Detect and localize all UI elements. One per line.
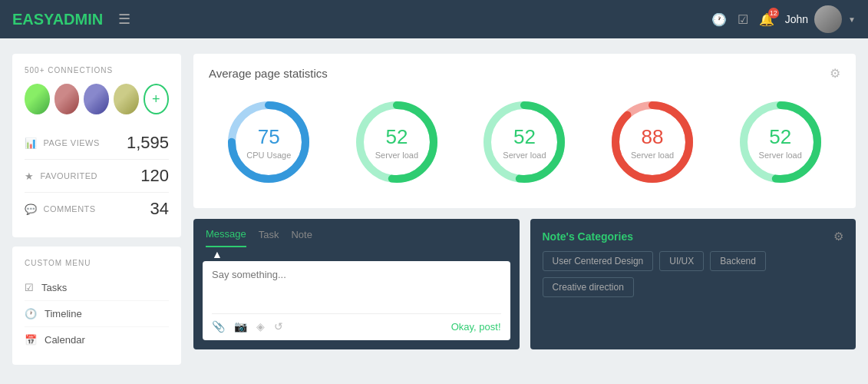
main-layout: 500+ CONNECTIONS + 📊 PAGE VIEWS 1,595 ★ …	[0, 38, 868, 380]
star-icon: ★	[25, 170, 35, 182]
gauge-value-1: 52	[375, 125, 418, 149]
comment-icon: 💬	[25, 204, 38, 215]
bar-chart-icon: 📊	[25, 137, 38, 149]
notification-badge: 12	[768, 8, 779, 18]
header-right: 🕐 ☑ 🔔 12 John ▼	[711, 5, 856, 33]
chevron-down-icon[interactable]: ▼	[848, 15, 856, 24]
stats-card-header: Average page statistics ⚙	[209, 66, 840, 81]
gauge-label-2: 52 Server load	[503, 125, 546, 160]
favourited-row: ★ FAVOURITED 120	[25, 160, 169, 193]
gauge-value-3: 88	[631, 125, 674, 149]
calendar-icon: 📅	[25, 334, 37, 346]
tasks-icon: ☑	[25, 282, 34, 293]
user-menu[interactable]: John ▼	[785, 5, 856, 33]
comments-row: 💬 COMMENTS 34	[25, 193, 169, 225]
gauge-sublabel-1: Server load	[375, 151, 418, 160]
attachment-icon[interactable]: 📎	[212, 320, 225, 333]
gauge-value-2: 52	[503, 125, 546, 149]
menu-item-calendar[interactable]: 📅 Calendar	[25, 327, 169, 353]
add-connection-button[interactable]: +	[144, 84, 169, 114]
message-icons: 📎 📷 ◈ ↺	[212, 320, 283, 333]
clock-icon[interactable]: 🕐	[711, 12, 727, 27]
tasks-label: Tasks	[41, 282, 67, 293]
tag-2[interactable]: Backend	[710, 251, 766, 271]
hamburger-menu[interactable]: ☰	[118, 11, 130, 28]
stats-gear-icon[interactable]: ⚙	[830, 66, 840, 81]
custom-menu-card: CUSTOM MENU ☑ Tasks 🕐 Timeline 📅 Calenda…	[12, 247, 181, 365]
message-card: Message Task Note ▲ 📎 📷 ◈ ↺	[193, 219, 520, 349]
menu-item-tasks[interactable]: ☑ Tasks	[25, 275, 169, 301]
checkmark-icon[interactable]: ☑	[738, 12, 748, 27]
tab-note[interactable]: Note	[291, 229, 312, 247]
gauge-container-2: 52 Server load	[478, 96, 570, 188]
favourited-label: ★ FAVOURITED	[25, 170, 97, 182]
comments-label: 💬 COMMENTS	[25, 204, 96, 215]
avatar-1[interactable]	[25, 84, 50, 114]
gauge-container-1: 52 Server load	[351, 96, 443, 188]
timeline-icon: 🕐	[25, 308, 37, 319]
camera-icon[interactable]: 📷	[234, 320, 247, 333]
gauge-sublabel-0: CPU Usage	[246, 151, 291, 160]
gauges-row: 75 CPU Usage 52 Server load	[209, 88, 840, 196]
notes-title: Note's Categories	[543, 230, 633, 243]
gauge-label-3: 88 Server load	[631, 125, 674, 160]
gauge-label-4: 52 Server load	[759, 125, 802, 160]
main-content: Average page statistics ⚙ 75 CPU Usage	[193, 54, 856, 365]
gauge-label-1: 52 Server load	[375, 125, 418, 160]
tab-message[interactable]: Message	[206, 228, 246, 247]
gauge-sublabel-2: Server load	[503, 151, 546, 160]
gauge-container-3: 88 Server load	[606, 96, 698, 188]
message-input[interactable]	[212, 269, 501, 307]
grid-icon[interactable]: ◈	[256, 320, 265, 333]
bottom-row: Message Task Note ▲ 📎 📷 ◈ ↺	[193, 219, 856, 349]
header-left: EASYADMIN ☰	[12, 11, 130, 28]
message-tabs: Message Task Note	[193, 219, 520, 247]
page-views-text: PAGE VIEWS	[44, 138, 100, 147]
message-body: 📎 📷 ◈ ↺ Okay, post!	[203, 261, 510, 340]
tag-3[interactable]: Creative direction	[543, 277, 634, 297]
tag-0[interactable]: User Centered Design	[543, 251, 654, 271]
notes-gear-icon[interactable]: ⚙	[833, 230, 843, 243]
connections-label: 500+ CONNECTIONS	[25, 66, 169, 74]
custom-menu-label: CUSTOM MENU	[25, 259, 169, 267]
favourited-text: FAVOURITED	[41, 171, 97, 180]
gauge-sublabel-4: Server load	[759, 151, 802, 160]
gauge-0: 75 CPU Usage	[223, 96, 315, 188]
notes-card: Note's Categories ⚙ User Centered Design…	[530, 219, 856, 349]
menu-item-timeline[interactable]: 🕐 Timeline	[25, 301, 169, 327]
tab-pointer: ▲	[193, 247, 520, 261]
calendar-label: Calendar	[45, 334, 85, 346]
post-link[interactable]: Okay, post!	[451, 321, 501, 333]
timeline-label: Timeline	[45, 308, 82, 319]
tag-1[interactable]: UI/UX	[659, 251, 704, 271]
logo-easy: EASY	[12, 11, 53, 28]
gauge-2: 52 Server load	[478, 96, 570, 188]
user-name: John	[785, 13, 808, 25]
avatar-list: +	[25, 84, 169, 114]
page-views-label: 📊 PAGE VIEWS	[25, 137, 100, 149]
sidebar: 500+ CONNECTIONS + 📊 PAGE VIEWS 1,595 ★ …	[12, 54, 181, 365]
stats-card-title: Average page statistics	[209, 67, 328, 80]
avatar-4[interactable]	[114, 84, 139, 114]
connections-card: 500+ CONNECTIONS + 📊 PAGE VIEWS 1,595 ★ …	[12, 54, 181, 237]
gauge-container-4: 52 Server load	[734, 96, 827, 188]
header: EASYADMIN ☰ 🕐 ☑ 🔔 12 John ▼	[0, 0, 868, 38]
gauge-1: 52 Server load	[351, 96, 443, 188]
gauge-value-4: 52	[759, 125, 802, 149]
page-views-row: 📊 PAGE VIEWS 1,595	[25, 127, 169, 160]
avatar-2[interactable]	[54, 84, 80, 114]
gauge-4: 52 Server load	[734, 96, 827, 188]
avatar-3[interactable]	[84, 84, 109, 114]
gauge-value-0: 75	[246, 125, 291, 149]
comments-value: 34	[150, 199, 169, 219]
refresh-icon[interactable]: ↺	[274, 320, 283, 333]
page-views-value: 1,595	[127, 133, 169, 153]
logo: EASYADMIN	[12, 11, 103, 28]
stats-card: Average page statistics ⚙ 75 CPU Usage	[193, 54, 856, 208]
tab-task[interactable]: Task	[259, 229, 279, 247]
notification-icon[interactable]: 🔔 12	[759, 12, 774, 27]
avatar-image	[814, 5, 842, 33]
comments-text: COMMENTS	[44, 204, 96, 214]
message-toolbar: 📎 📷 ◈ ↺ Okay, post!	[212, 313, 501, 333]
notes-tags: User Centered DesignUI/UXBackendCreative…	[530, 251, 856, 308]
